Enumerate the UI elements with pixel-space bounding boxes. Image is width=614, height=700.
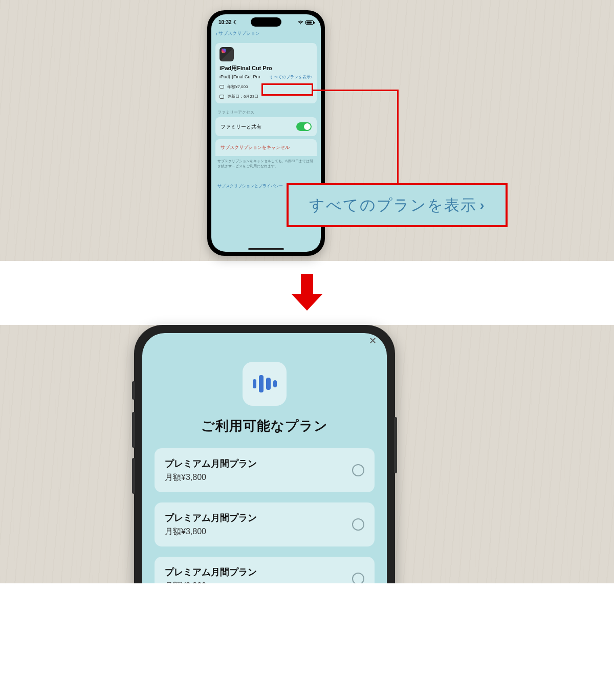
family-share-row[interactable]: ファミリーと共有 <box>215 117 317 136</box>
show-plans-label: すべてのプランを表示 <box>270 74 311 80</box>
plan-name: プレミアム月間プラン <box>165 457 257 470</box>
chevron-right-icon: › <box>311 75 313 79</box>
scene-available-plans: ✕ ご利用可能なプラン プレミアム月間プラン 月額¥3,800 プレミアム月間プ… <box>0 325 614 583</box>
plan-option[interactable]: プレミアム月間プラン 月額¥3,800 <box>155 448 375 492</box>
highlight-box-small <box>261 83 313 96</box>
arrow-down-icon <box>292 274 322 312</box>
card-icon <box>220 85 224 89</box>
scene-subscription-detail: 10:32 ☾ ‹ サブスクリプション iPad用Final Cut Pro i… <box>0 0 614 261</box>
show-all-plans-link[interactable]: すべてのプランを表示 › <box>270 74 313 80</box>
status-time: 10:32 <box>218 19 232 25</box>
callout-text: すべてのプランを表示 <box>309 195 477 216</box>
app-title: iPad用Final Cut Pro <box>220 64 313 72</box>
family-section-label: ファミリーアクセス <box>211 106 321 116</box>
connector-line <box>397 90 399 185</box>
plan-option[interactable]: プレミアム月間プラン 月額¥3,800 <box>155 557 375 583</box>
toggle-on-icon[interactable] <box>296 122 312 131</box>
back-nav[interactable]: ‹ サブスクリプション <box>211 25 321 40</box>
chevron-left-icon: ‹ <box>215 31 217 37</box>
plans-app-icon <box>243 362 287 406</box>
plans-title: ご利用可能なプラン <box>142 417 387 435</box>
cancel-subscription-button[interactable]: サブスクリプションをキャンセル <box>215 139 317 156</box>
radio-icon[interactable] <box>352 518 364 531</box>
family-share-label: ファミリーと共有 <box>221 123 261 130</box>
wifi-icon <box>298 20 303 25</box>
connector-line <box>313 90 399 91</box>
plan-price: 月額¥3,800 <box>165 581 257 583</box>
phone-frame: ✕ ご利用可能なプラン プレミアム月間プラン 月額¥3,800 プレミアム月間プ… <box>134 325 395 583</box>
side-button <box>132 412 135 448</box>
renewal-text: 更新日：6月23日 <box>227 94 258 99</box>
home-indicator <box>248 248 284 250</box>
radio-icon[interactable] <box>352 464 364 476</box>
plan-name: プレミアム月間プラン <box>165 566 257 578</box>
chevron-right-icon: › <box>480 198 486 213</box>
side-button <box>132 458 135 494</box>
dynamic-island <box>251 17 281 27</box>
radio-icon[interactable] <box>352 573 364 583</box>
close-icon[interactable]: ✕ <box>369 335 377 346</box>
app-subtitle: iPad用Final Cut Pro <box>220 74 260 80</box>
plan-price: 月額¥3,800 <box>165 472 257 483</box>
calendar-icon <box>220 95 224 99</box>
side-button <box>132 381 135 400</box>
price-text: 年額¥7,000 <box>227 84 248 90</box>
plan-name: プレミアム月間プラン <box>165 512 257 524</box>
moon-icon: ☾ <box>233 19 238 25</box>
phone-screen: ✕ ご利用可能なプラン プレミアム月間プラン 月額¥3,800 プレミアム月間プ… <box>142 333 387 583</box>
side-button <box>394 417 397 473</box>
battery-icon <box>305 20 314 25</box>
highlight-callout: すべてのプランを表示 › <box>287 183 508 227</box>
plan-price: 月額¥3,800 <box>165 527 257 537</box>
cancel-note: サブスクリプションをキャンセルしても、6月23日までは引き続きサービスをご利用に… <box>211 156 321 173</box>
transition-band <box>0 261 614 325</box>
waveform-icon <box>253 375 277 392</box>
app-icon <box>220 47 234 61</box>
plan-option[interactable]: プレミアム月間プラン 月額¥3,800 <box>155 502 375 546</box>
back-label: サブスクリプション <box>218 30 260 37</box>
